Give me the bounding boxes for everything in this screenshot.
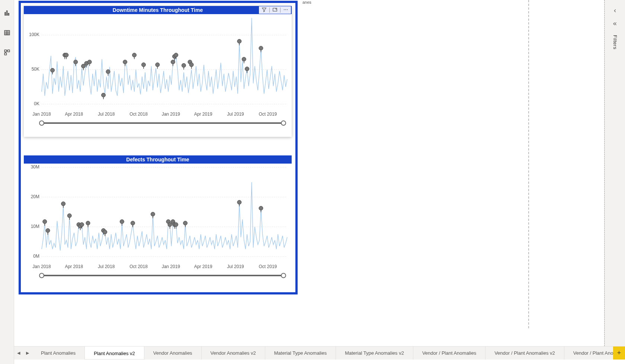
svg-point-86 xyxy=(86,221,90,225)
visual-defects[interactable]: Defects Throughout Time 0M10M20M30M Jan … xyxy=(24,155,292,289)
x-tick-label: Jan 2018 xyxy=(32,112,51,117)
svg-point-96 xyxy=(151,212,155,216)
svg-rect-9 xyxy=(7,50,9,52)
x-tick-label: Jan 2019 xyxy=(162,264,180,269)
svg-point-38 xyxy=(106,70,110,74)
slider-handle-left[interactable] xyxy=(39,120,44,126)
anomaly-marker[interactable] xyxy=(141,63,145,69)
filter-icon[interactable] xyxy=(260,7,268,13)
page-tab[interactable]: Material Type Anomalies v2 xyxy=(336,347,413,360)
svg-point-72 xyxy=(43,220,47,224)
anomaly-marker[interactable] xyxy=(46,229,50,235)
report-view-icon[interactable] xyxy=(1,7,13,20)
anomaly-marker[interactable] xyxy=(171,60,175,66)
anomaly-marker[interactable] xyxy=(132,53,137,59)
svg-rect-0 xyxy=(5,13,6,16)
anomaly-marker[interactable] xyxy=(156,63,160,69)
svg-point-60 xyxy=(237,39,241,43)
y-tick-label: 10M xyxy=(25,224,39,229)
svg-point-28 xyxy=(74,60,78,64)
anomaly-marker[interactable] xyxy=(245,67,249,73)
svg-point-110 xyxy=(237,200,241,204)
model-view-icon[interactable] xyxy=(1,47,13,59)
x-tick-label: Apr 2019 xyxy=(194,264,212,269)
visual-downtime[interactable]: Downtime Minutes Throughout Time xyxy=(24,6,292,137)
page-tab[interactable]: Vendor / Plant Anomalies v2 xyxy=(485,347,564,360)
slider-handle-left[interactable] xyxy=(39,273,44,278)
svg-point-46 xyxy=(156,63,160,67)
page-tab[interactable]: Vendor Anomalies v2 xyxy=(202,347,265,360)
page-tab[interactable]: Vendor Anomalies xyxy=(144,347,202,360)
svg-point-52 xyxy=(174,53,178,57)
chart-title-text: Defects Throughout Time xyxy=(126,157,189,162)
report-canvas: anes Downtime Minutes Throughout Time xyxy=(14,0,605,346)
svg-point-108 xyxy=(183,221,188,225)
anomaly-marker[interactable] xyxy=(237,39,241,45)
chart-title: Downtime Minutes Throughout Time xyxy=(24,6,292,14)
anomaly-marker[interactable] xyxy=(86,221,90,228)
anomaly-marker[interactable] xyxy=(61,202,65,208)
svg-point-76 xyxy=(61,202,65,206)
svg-point-54 xyxy=(182,63,186,67)
canvas-boundary-dashed xyxy=(318,0,529,328)
focus-mode-icon[interactable] xyxy=(271,7,279,13)
y-tick-label: 30M xyxy=(25,164,39,170)
y-tick-label: 20M xyxy=(25,194,39,199)
page-tab[interactable]: Vendor / Plant Ano xyxy=(564,347,613,360)
time-range-slider[interactable] xyxy=(42,273,283,278)
more-options-icon[interactable] xyxy=(282,7,289,13)
page-tab[interactable]: Plant Anomalies v2 xyxy=(85,347,144,360)
anomaly-marker[interactable] xyxy=(131,221,135,228)
slider-handle-right[interactable] xyxy=(281,120,286,126)
slider-handle-right[interactable] xyxy=(281,273,286,278)
x-tick-label: Jul 2018 xyxy=(98,264,115,269)
time-range-slider[interactable] xyxy=(42,120,283,126)
tab-scroll-left-icon[interactable]: ◀ xyxy=(14,347,23,360)
svg-point-100 xyxy=(168,223,172,227)
page-tab[interactable]: Material Type Anomalies xyxy=(265,347,336,360)
svg-marker-13 xyxy=(262,8,266,12)
x-tick-label: Apr 2018 xyxy=(65,264,83,269)
svg-point-42 xyxy=(132,53,137,57)
anomaly-marker[interactable] xyxy=(237,200,241,207)
x-tick-label: Oct 2019 xyxy=(259,264,277,269)
anomaly-marker[interactable] xyxy=(259,206,263,213)
anomaly-marker[interactable] xyxy=(189,63,193,69)
expand-pane-icon[interactable] xyxy=(611,7,619,16)
anomaly-marker[interactable] xyxy=(67,214,71,220)
page-tab[interactable]: Vendor / Plant Anomalies xyxy=(413,347,485,360)
svg-point-92 xyxy=(120,220,124,224)
tab-scroll-right-icon[interactable]: ▶ xyxy=(23,347,32,360)
page-tab[interactable]: Plant Anomalies xyxy=(32,347,85,360)
x-tick-label: Jan 2018 xyxy=(32,264,51,269)
chart-plot-area: 0M10M20M30M Jan 2018Apr 2018Jul 2018Oct … xyxy=(24,164,292,280)
anomaly-marker[interactable] xyxy=(183,221,188,228)
anomaly-marker[interactable] xyxy=(102,93,106,99)
anomaly-marker[interactable] xyxy=(43,220,47,226)
svg-point-78 xyxy=(67,214,71,218)
anomaly-marker[interactable] xyxy=(120,220,124,226)
y-tick-label: 0K xyxy=(25,101,39,106)
svg-point-34 xyxy=(87,60,92,64)
anomaly-marker[interactable] xyxy=(106,70,110,76)
svg-rect-1 xyxy=(6,11,7,15)
x-tick-label: Oct 2018 xyxy=(129,112,148,117)
visual-header-toolbar xyxy=(259,6,291,14)
svg-point-44 xyxy=(141,63,145,67)
svg-point-22 xyxy=(51,68,55,72)
svg-point-106 xyxy=(174,223,178,227)
anomaly-marker[interactable] xyxy=(151,212,155,219)
svg-point-90 xyxy=(103,230,107,234)
anomaly-marker[interactable] xyxy=(51,68,55,74)
svg-point-62 xyxy=(242,57,246,61)
expand-filters-icon[interactable] xyxy=(611,20,619,29)
anomaly-marker[interactable] xyxy=(182,63,186,70)
data-view-icon[interactable] xyxy=(1,27,13,39)
anomaly-marker[interactable] xyxy=(103,230,107,236)
anomaly-marker[interactable] xyxy=(168,223,172,229)
anomaly-marker[interactable] xyxy=(259,46,263,52)
y-tick-label: 50K xyxy=(25,67,39,72)
add-page-button[interactable]: + xyxy=(613,347,625,360)
chart-plot-area: 0K50K100K Jan 2018Apr 2018Jul 2018Oct 20… xyxy=(24,14,292,127)
svg-point-112 xyxy=(259,206,263,210)
